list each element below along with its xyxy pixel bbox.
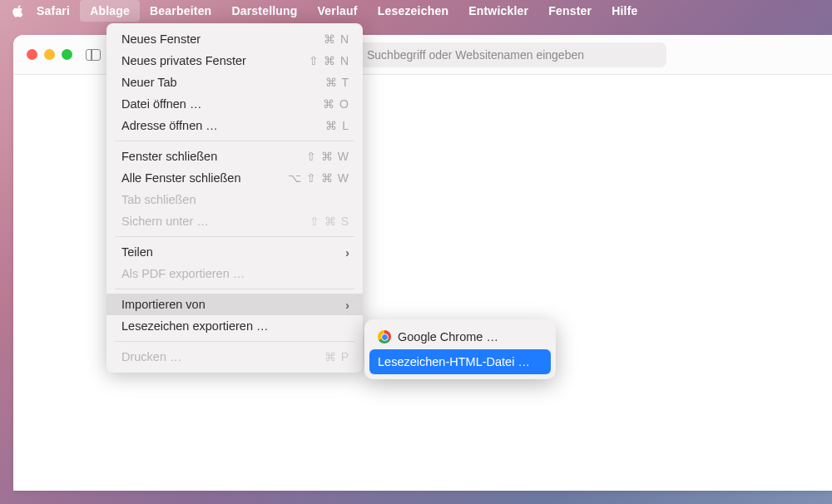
menu-separator xyxy=(115,289,354,289)
mi-importieren-von[interactable]: Importieren von› xyxy=(106,294,363,315)
menu-separator xyxy=(115,141,354,141)
menubar-verlauf[interactable]: Verlauf xyxy=(308,0,368,22)
mi-sichern-unter: Sichern unter …⇧ ⌘ S xyxy=(106,210,363,232)
mi-tab-schliessen: Tab schließen xyxy=(106,189,363,210)
search-placeholder: Suchbegriff oder Websitenamen eingeben xyxy=(367,48,584,62)
menu-separator xyxy=(115,236,354,237)
chevron-right-icon: › xyxy=(345,298,349,312)
menubar-ablage[interactable]: Ablage xyxy=(80,0,140,22)
maximize-window-button[interactable] xyxy=(62,49,72,60)
mi-teilen[interactable]: Teilen› xyxy=(106,241,363,263)
menubar: Safari Ablage Bearbeiten Darstellung Ver… xyxy=(0,0,832,22)
importieren-von-submenu: Google Chrome … Lesezeichen-HTML-Datei … xyxy=(364,319,556,379)
close-window-button[interactable] xyxy=(27,49,37,60)
menu-separator xyxy=(115,341,354,342)
mi-neuer-tab[interactable]: Neuer Tab⌘ T xyxy=(106,72,363,93)
chrome-icon xyxy=(378,330,391,343)
mi-fenster-schliessen[interactable]: Fenster schließen⇧ ⌘ W xyxy=(106,146,363,167)
submenu-lesezeichen-html[interactable]: Lesezeichen-HTML-Datei … xyxy=(369,349,551,374)
window-controls xyxy=(27,49,72,60)
mi-datei-oeffnen[interactable]: Datei öffnen …⌘ O xyxy=(106,93,363,115)
apple-menu-icon[interactable] xyxy=(8,4,27,18)
submenu-google-chrome[interactable]: Google Chrome … xyxy=(369,324,551,349)
menubar-app[interactable]: Safari xyxy=(27,0,80,22)
menubar-hilfe[interactable]: Hilfe xyxy=(602,0,647,22)
mi-als-pdf-exportieren: Als PDF exportieren … xyxy=(106,263,363,284)
chevron-right-icon: › xyxy=(345,245,349,259)
sidebar-toggle-icon[interactable] xyxy=(86,49,101,61)
mi-neues-privates-fenster[interactable]: Neues privates Fenster⇧ ⌘ N xyxy=(106,50,363,72)
mi-alle-fenster-schliessen[interactable]: Alle Fenster schließen⌥ ⇧ ⌘ W xyxy=(106,167,363,189)
mi-neues-fenster[interactable]: Neues Fenster⌘ N xyxy=(106,28,363,50)
menubar-bearbeiten[interactable]: Bearbeiten xyxy=(140,0,221,22)
minimize-window-button[interactable] xyxy=(44,49,55,60)
mi-lesezeichen-exportieren[interactable]: Lesezeichen exportieren … xyxy=(106,315,363,337)
menubar-entwickler[interactable]: Entwickler xyxy=(458,0,538,22)
ablage-menu: Neues Fenster⌘ N Neues privates Fenster⇧… xyxy=(106,23,363,373)
mi-drucken: Drucken …⌘ P xyxy=(106,346,363,368)
menubar-lesezeichen[interactable]: Lesezeichen xyxy=(368,0,458,22)
menubar-fenster[interactable]: Fenster xyxy=(538,0,602,22)
menubar-darstellung[interactable]: Darstellung xyxy=(221,0,307,22)
mi-adresse-oeffnen[interactable]: Adresse öffnen …⌘ L xyxy=(106,115,363,136)
